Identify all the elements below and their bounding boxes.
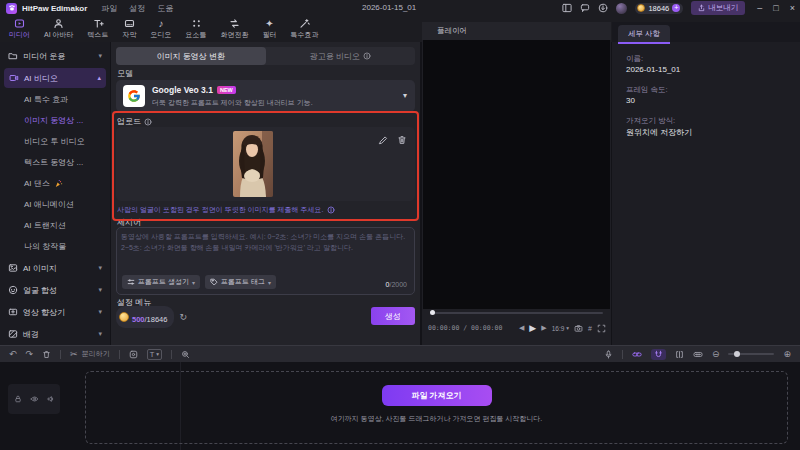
tab-ai-avatar[interactable]: AI 아바타 — [37, 17, 81, 41]
coin-icon — [119, 312, 129, 322]
magnet-icon[interactable] — [651, 349, 666, 360]
sidebar-group-enhancer[interactable]: 영상 향상기 ▾ — [0, 301, 110, 323]
delete-trash-icon[interactable] — [42, 350, 51, 359]
prompt-buttons: 프롬프트 생성기 ▾ 프롬프트 태그 ▾ — [122, 275, 276, 289]
menu-file[interactable]: 파일 — [101, 3, 117, 14]
tab-image-to-video[interactable]: 이미지 동영상 변환 — [116, 47, 266, 65]
subtitle-icon — [124, 18, 135, 29]
sidebar-group-ai-video[interactable]: AI 비디오 ▴ — [4, 68, 106, 88]
grid-icon[interactable]: # — [588, 325, 592, 332]
magnifier-plus-icon[interactable] — [181, 350, 190, 359]
close-icon[interactable]: × — [790, 3, 795, 13]
tab-text[interactable]: 텍스트 — [81, 17, 116, 41]
add-text-tool[interactable]: T ▾ — [147, 349, 162, 360]
minimize-icon[interactable]: – — [757, 3, 762, 13]
undo-icon[interactable]: ↶ — [9, 349, 17, 359]
tab-subtitle[interactable]: 자막 — [116, 17, 144, 41]
next-frame-icon[interactable]: ▶ — [541, 324, 546, 332]
tab-ad-video[interactable]: 광고용 비디오 — [266, 47, 416, 65]
snapshot-camera-icon[interactable] — [574, 324, 583, 333]
split-button[interactable]: ✂ 분리하기 — [70, 349, 110, 359]
menu-help[interactable]: 도움 — [157, 3, 173, 14]
maximize-icon[interactable]: □ — [773, 3, 778, 13]
play-icon[interactable]: ▶ — [529, 323, 536, 333]
tab-filter[interactable]: ✦ 필터 — [256, 17, 284, 41]
sidebar-group-ai-image[interactable]: AI 이미지 ▾ — [0, 257, 110, 279]
model-name: Google Veo 3.1 — [152, 85, 213, 95]
model-selector[interactable]: Google Veo 3.1 NEW 더욱 강력한 프롬프트 제어와 향상된 내… — [116, 80, 415, 112]
prompt-tags-button[interactable]: 프롬프트 태그 ▾ — [205, 275, 276, 289]
tab-transition[interactable]: 화면전환 — [214, 17, 256, 41]
mask-icon[interactable] — [129, 350, 138, 359]
prompt-input[interactable] — [119, 230, 413, 272]
seek-bar[interactable] — [431, 312, 603, 314]
sidebar-group-face-swap[interactable]: 얼굴 합성 ▾ — [0, 279, 110, 301]
sidebar-item-my-creations[interactable]: 나의 창작물 — [0, 236, 110, 257]
fit-timeline-icon[interactable] — [693, 350, 703, 359]
zoom-slider-knob[interactable] — [734, 351, 740, 357]
sidebar-group-media[interactable]: 미디어 운용 ▾ — [0, 45, 110, 67]
tab-details[interactable]: 세부 사항 — [618, 25, 670, 44]
titlebar-right: 18646 + 내보내기 – □ × — [562, 0, 795, 16]
download-icon[interactable] — [598, 3, 608, 13]
sidebar-item-video-to-video[interactable]: 비디오 투 비디오 — [0, 131, 110, 152]
coin-icon — [637, 4, 645, 12]
sidebar-item-ai-transition[interactable]: AI 트랜지션 — [0, 215, 110, 236]
generate-button[interactable]: 생성 — [371, 307, 415, 325]
import-method-value: 원위치에 저장하기 — [626, 127, 692, 138]
video-camera-icon — [9, 73, 19, 83]
app-name: HitPaw Edimakor — [22, 4, 87, 13]
app-logo — [6, 3, 17, 14]
sidebar-item-ai-dance[interactable]: AI 댄스 — [0, 173, 110, 194]
credits-badge[interactable]: 18646 + — [635, 3, 683, 14]
prompt-generator-button[interactable]: 프롬프트 생성기 ▾ — [122, 275, 200, 289]
titlebar: HitPaw Edimakor 파일 설정 도움 2026-01-15_01 — [0, 0, 800, 16]
menu-settings[interactable]: 설정 — [129, 3, 145, 14]
credits-count: 18646 — [648, 4, 669, 13]
fullscreen-icon[interactable] — [597, 324, 606, 333]
export-button[interactable]: 내보내기 — [691, 1, 745, 15]
sidebar-group-background[interactable]: 배경 ▾ — [0, 323, 110, 345]
feedback-icon[interactable] — [580, 3, 590, 13]
fps-label: 프레임 속도: — [626, 85, 668, 95]
drop-hint: 여기까지 동영상, 사진을 드래그하거나 가져오면 편집을 시작합니다. — [86, 414, 787, 424]
mute-speaker-icon[interactable] — [47, 395, 55, 403]
sidebar-item-ai-animation[interactable]: AI 애니메이션 — [0, 194, 110, 215]
face-icon — [8, 285, 18, 295]
refresh-icon[interactable]: ↻ — [179, 312, 187, 322]
delete-trash-icon[interactable] — [397, 135, 407, 145]
info-icon — [327, 206, 335, 214]
timecode: 00:00:00 / 00:00:00 — [428, 324, 502, 332]
add-credits-icon[interactable]: + — [672, 4, 680, 12]
sidebar-item-image-to-video[interactable]: 이미지 동영상 ... — [0, 110, 110, 131]
edit-pencil-icon[interactable] — [378, 135, 388, 145]
layout-icon[interactable] — [562, 3, 572, 13]
upload-dropzone[interactable] — [116, 127, 415, 201]
link-icon[interactable] — [632, 350, 642, 359]
timeline-zoom-slider[interactable] — [728, 353, 774, 355]
player-controls: 00:00:00 / 00:00:00 ◀ ▶ ▶ 16:9 ▾ # — [428, 320, 606, 336]
media-drop-zone[interactable]: 파일 가져오기 여기까지 동영상, 사진을 드래그하거나 가져오면 편집을 시작… — [85, 371, 788, 444]
eye-icon[interactable] — [30, 395, 39, 403]
app-window: HitPaw Edimakor 파일 설정 도움 2026-01-15_01 — [0, 0, 800, 450]
tab-effects[interactable]: 특수효과 — [284, 17, 326, 41]
seek-knob[interactable] — [430, 310, 435, 315]
previous-frame-icon[interactable]: ◀ — [519, 324, 524, 332]
caret-up-icon: ▴ — [97, 74, 101, 82]
import-file-button[interactable]: 파일 가져오기 — [382, 385, 492, 406]
tab-elements[interactable]: 요소들 — [179, 17, 214, 41]
info-icon — [363, 52, 371, 60]
record-voice-icon[interactable] — [604, 350, 613, 359]
user-avatar[interactable] — [616, 3, 627, 14]
tab-audio[interactable]: ♪ 오디오 — [144, 17, 179, 41]
aspect-ratio-selector[interactable]: 16:9 ▾ — [552, 325, 569, 332]
zoom-in-icon[interactable]: ⊕ — [783, 349, 791, 359]
document-title: 2026-01-15_01 — [362, 3, 416, 12]
zoom-out-icon[interactable]: ⊖ — [712, 349, 720, 359]
tab-media[interactable]: 미디어 — [2, 17, 37, 41]
ripple-edit-icon[interactable] — [675, 350, 684, 359]
redo-icon[interactable]: ↷ — [26, 349, 34, 359]
sidebar-item-ai-effects[interactable]: AI 특수 효과 — [0, 89, 110, 110]
sidebar-item-text-to-video[interactable]: 텍스트 동영상 ... — [0, 152, 110, 173]
lock-icon[interactable] — [14, 395, 22, 403]
